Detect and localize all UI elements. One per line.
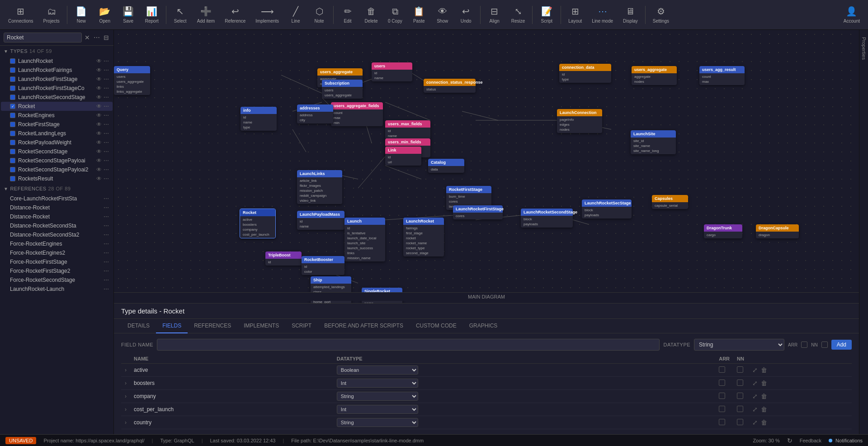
node-launch-connection[interactable]: LaunchConnection pageInfoedgesnodes: [557, 109, 602, 133]
sidebar-type-item[interactable]: LaunchRocketFirstStage 👁 ⋯: [1, 75, 113, 84]
delete-row-btn[interactable]: 🗑: [760, 419, 768, 426]
row-expand[interactable]: ›: [121, 390, 130, 403]
edit-btn[interactable]: ✏ Edit: [336, 1, 359, 28]
align-btn[interactable]: ⊟ Align: [483, 1, 506, 28]
tab-implements[interactable]: IMPLEMENTS: [237, 319, 285, 333]
sidebar-type-item[interactable]: RocketFirstStage 👁 ⋯: [1, 120, 113, 129]
node-top-right-1[interactable]: users_aggregate aggregatenodes: [632, 66, 677, 85]
node-launch[interactable]: Launch idis_tentative launch_date_local …: [344, 218, 385, 261]
sidebar-ref-item[interactable]: Distance-RocketSecondSta ⋯: [1, 221, 113, 230]
row-type-select[interactable]: Int StringIntBooleanFloatID: [337, 379, 418, 388]
delete-row-btn[interactable]: 🗑: [760, 380, 768, 387]
node-users[interactable]: users idname: [372, 62, 412, 81]
line-mode-btn[interactable]: ⋯ Line mode: [587, 1, 618, 28]
row-arr[interactable]: [715, 416, 733, 429]
sidebar-type-item[interactable]: ✓ Rocket 👁 ⋯: [1, 102, 113, 111]
sidebar-type-item[interactable]: LaunchRocketFairings 👁 ⋯: [1, 66, 113, 75]
node-launch-rocket-second[interactable]: LaunchRocketSecondStage blockpayloads: [521, 209, 573, 228]
node-launch-payload[interactable]: LaunchPayloadMass idname: [297, 211, 344, 230]
node-launch-rocket-second-2[interactable]: LaunchRocketSecStage blockpayloads: [582, 199, 632, 218]
sidebar-type-item[interactable]: LaunchRocketSecondStage 👁 ⋯: [1, 93, 113, 102]
sidebar-ref-item[interactable]: Core-LaunchRocketFirstSta ⋯: [1, 194, 113, 203]
row-type-select[interactable]: Int StringIntBooleanFloatID: [337, 405, 418, 414]
add-item-btn[interactable]: ➕ Add item: [193, 1, 219, 28]
row-type-select[interactable]: String StringIntBooleanFloatID: [337, 392, 418, 401]
sidebar-type-item[interactable]: RocketSecondStagePayloai 👁 ⋯: [1, 156, 113, 165]
implements-btn[interactable]: ⟶ Implements: [251, 1, 283, 28]
sidebar-ref-item[interactable]: Distance-RocketSecondSta2 ⋯: [1, 230, 113, 239]
row-datatype[interactable]: Int StringIntBooleanFloatID: [333, 403, 715, 416]
delete-row-btn[interactable]: 🗑: [760, 406, 768, 413]
reference-btn[interactable]: ↩ Reference: [220, 1, 250, 28]
row-expand[interactable]: ›: [121, 377, 130, 390]
node-link[interactable]: Link idurl: [385, 147, 421, 166]
node-launch-rocket[interactable]: LaunchRocket fairingsfirst_stage rocketr…: [403, 218, 444, 256]
arr-checkbox[interactable]: [801, 342, 807, 348]
tab-references[interactable]: REFERENCES: [188, 319, 237, 333]
node-catalog[interactable]: Catalog data: [428, 159, 464, 173]
node-dragon-trunk[interactable]: DragonTrunk cargo: [704, 224, 742, 238]
sidebar-ref-item[interactable]: Force-RocketSecondStage ⋯: [1, 275, 113, 285]
search-input[interactable]: [4, 33, 82, 43]
tab-fields[interactable]: FIELDS: [156, 319, 188, 333]
copy-btn[interactable]: ⧉ 0 Copy: [383, 1, 407, 28]
row-datatype[interactable]: Int StringIntBooleanFloatID: [333, 377, 715, 390]
node-launch-rocket-first-stage[interactable]: LaunchRocketFirstStage cores: [453, 205, 503, 219]
node-launch-site[interactable]: LaunchSite site_idsite_name site_name_lo…: [631, 130, 676, 154]
menu-btn[interactable]: ⋯: [93, 33, 101, 42]
sidebar-ref-item[interactable]: Force-RocketFirstStage2 ⋯: [1, 266, 113, 275]
node-info[interactable]: info idnametype: [241, 107, 277, 131]
field-name-input[interactable]: [157, 339, 660, 351]
node-subscription[interactable]: Subscription usersusers_aggregate: [322, 80, 363, 99]
node-addresses[interactable]: addresses addresscity: [297, 104, 333, 123]
nn-checkbox[interactable]: [821, 342, 828, 348]
properties-label[interactable]: Properties: [861, 37, 867, 60]
delete-row-btn[interactable]: 🗑: [760, 393, 768, 400]
panel-toggle-btn[interactable]: ⊟: [103, 33, 110, 42]
tab-graphics[interactable]: GRAPHICS: [463, 319, 504, 333]
sidebar-type-item[interactable]: RocketSecondStagePayloai2 👁 ⋯: [1, 165, 113, 174]
sidebar-type-item[interactable]: RocketPayloadWeight 👁 ⋯: [1, 138, 113, 147]
sidebar-ref-item[interactable]: Force-RocketFirstStage ⋯: [1, 257, 113, 266]
canvas-area[interactable]: users idname users_aggregate aggregateno…: [114, 30, 859, 434]
node-users-max[interactable]: users_max_fields idname: [385, 120, 430, 139]
node-connection-data[interactable]: connection_data idtype: [559, 64, 611, 83]
sidebar-ref-item[interactable]: Force-RocketEngines2 ⋯: [1, 248, 113, 257]
move-btn[interactable]: ⤢: [751, 380, 759, 387]
node-capsules[interactable]: Capsules capsule_serial: [652, 195, 688, 209]
delete-btn[interactable]: 🗑 Delete: [360, 1, 382, 28]
datatype-select[interactable]: StringIntBooleanFloatID: [694, 339, 784, 351]
tab-details[interactable]: DETAILS: [121, 319, 156, 333]
sidebar-ref-item[interactable]: Distance-Rocket ⋯: [1, 203, 113, 212]
sidebar-type-item[interactable]: RocketsResult 👁 ⋯: [1, 174, 113, 183]
open-btn[interactable]: 📂 Open: [94, 1, 116, 28]
node-rocket[interactable]: Rocket active boosters company cost_per_…: [240, 209, 276, 238]
tab-before-and-after-scripts[interactable]: BEFORE AND AFTER SCRIPTS: [318, 319, 410, 333]
row-datatype[interactable]: String StringIntBooleanFloatID: [333, 390, 715, 403]
paste-btn[interactable]: 📋 Paste: [408, 1, 430, 28]
row-datatype[interactable]: Boolean StringIntBooleanFloatID: [333, 364, 715, 377]
resize-btn[interactable]: ⤡ Resize: [507, 1, 530, 28]
sidebar-type-item[interactable]: LaunchRocketFirstStageCo 👁 ⋯: [1, 84, 113, 93]
line-btn[interactable]: ╱ Line: [284, 1, 307, 28]
feedback-link[interactable]: Feedback: [800, 438, 821, 443]
row-expand[interactable]: ›: [121, 403, 130, 416]
node-query[interactable]: Query users users_aggregate links links_…: [114, 66, 150, 95]
references-section-header[interactable]: ▼ REFERENCES 28 of 89: [0, 183, 113, 194]
row-expand[interactable]: ›: [121, 416, 130, 429]
node-launch-links[interactable]: LaunchLinks article_linkflickr_images mi…: [297, 170, 342, 204]
sidebar-type-item[interactable]: RocketSecondStage 👁 ⋯: [1, 147, 113, 156]
types-section-header[interactable]: ▼ TYPES 14 of 59: [0, 46, 113, 57]
move-btn[interactable]: ⤢: [751, 393, 759, 400]
node-top-right-2[interactable]: users_agg_result countmax: [699, 66, 745, 85]
script-btn[interactable]: 📝 Script: [535, 1, 558, 28]
tab-custom-code[interactable]: CUSTOM CODE: [410, 319, 463, 333]
select-btn[interactable]: ↖ Select: [169, 1, 192, 28]
row-nn[interactable]: [733, 403, 748, 416]
show-btn[interactable]: 👁 Show: [431, 1, 454, 28]
move-btn[interactable]: ⤢: [751, 366, 759, 374]
row-arr[interactable]: [715, 403, 733, 416]
account-btn[interactable]: 👤 Account: [839, 1, 864, 28]
sidebar-type-item[interactable]: RocketLandingLegs 👁 ⋯: [1, 129, 113, 138]
refresh-btn[interactable]: ↻: [787, 437, 793, 444]
